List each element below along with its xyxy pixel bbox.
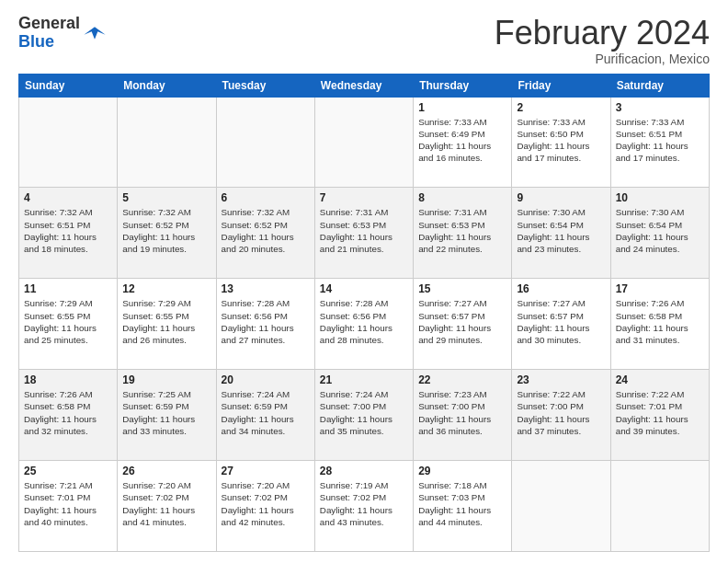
logo-blue: Blue (18, 33, 80, 52)
day-info: Sunrise: 7:32 AMSunset: 6:52 PMDaylight:… (122, 206, 210, 255)
col-sunday: Sunday (19, 74, 118, 97)
table-row: 4Sunrise: 7:32 AMSunset: 6:51 PMDaylight… (19, 188, 118, 279)
day-info: Sunrise: 7:20 AMSunset: 7:02 PMDaylight:… (222, 479, 310, 528)
day-info: Sunrise: 7:27 AMSunset: 6:57 PMDaylight:… (517, 297, 605, 346)
table-row: 16Sunrise: 7:27 AMSunset: 6:57 PMDayligh… (512, 279, 610, 370)
day-info: Sunrise: 7:24 AMSunset: 6:59 PMDaylight:… (222, 388, 310, 437)
table-row: 20Sunrise: 7:24 AMSunset: 6:59 PMDayligh… (216, 370, 314, 461)
calendar-week-row: 25Sunrise: 7:21 AMSunset: 7:01 PMDayligh… (19, 461, 710, 552)
day-number: 27 (222, 465, 310, 477)
header: General Blue February 2024 Purificacion,… (18, 15, 710, 66)
day-number: 4 (24, 191, 112, 204)
day-number: 11 (24, 282, 112, 295)
table-row: 25Sunrise: 7:21 AMSunset: 7:01 PMDayligh… (19, 461, 118, 552)
table-row: 6Sunrise: 7:32 AMSunset: 6:52 PMDaylight… (216, 188, 314, 279)
col-tuesday: Tuesday (216, 74, 314, 97)
day-info: Sunrise: 7:30 AMSunset: 6:54 PMDaylight:… (517, 206, 605, 255)
day-info: Sunrise: 7:22 AMSunset: 7:01 PMDaylight:… (616, 388, 704, 437)
table-row: 11Sunrise: 7:29 AMSunset: 6:55 PMDayligh… (19, 279, 118, 370)
table-row: 28Sunrise: 7:19 AMSunset: 7:02 PMDayligh… (314, 461, 413, 552)
day-info: Sunrise: 7:26 AMSunset: 6:58 PMDaylight:… (24, 388, 112, 437)
day-number: 12 (122, 282, 210, 295)
day-info: Sunrise: 7:27 AMSunset: 6:57 PMDaylight:… (418, 297, 506, 346)
table-row: 22Sunrise: 7:23 AMSunset: 7:00 PMDayligh… (414, 370, 512, 461)
day-info: Sunrise: 7:20 AMSunset: 7:02 PMDaylight:… (122, 479, 210, 528)
day-info: Sunrise: 7:29 AMSunset: 6:55 PMDaylight:… (122, 297, 210, 346)
table-row (19, 97, 118, 188)
day-number: 5 (122, 191, 210, 204)
table-row: 2Sunrise: 7:33 AMSunset: 6:50 PMDaylight… (512, 97, 610, 188)
col-monday: Monday (118, 74, 216, 97)
day-info: Sunrise: 7:25 AMSunset: 6:59 PMDaylight:… (122, 388, 210, 437)
table-row: 27Sunrise: 7:20 AMSunset: 7:02 PMDayligh… (216, 461, 314, 552)
table-row: 8Sunrise: 7:31 AMSunset: 6:53 PMDaylight… (414, 188, 512, 279)
day-number: 2 (517, 101, 605, 114)
day-number: 10 (616, 191, 704, 204)
day-number: 23 (517, 373, 605, 386)
table-row: 17Sunrise: 7:26 AMSunset: 6:58 PMDayligh… (610, 279, 709, 370)
day-number: 19 (122, 373, 210, 386)
table-row: 9Sunrise: 7:30 AMSunset: 6:54 PMDaylight… (512, 188, 610, 279)
day-number: 9 (517, 191, 605, 204)
table-row: 15Sunrise: 7:27 AMSunset: 6:57 PMDayligh… (414, 279, 512, 370)
day-info: Sunrise: 7:28 AMSunset: 6:56 PMDaylight:… (320, 297, 408, 346)
day-number: 24 (616, 373, 704, 386)
day-number: 21 (320, 373, 408, 386)
table-row (512, 461, 610, 552)
day-info: Sunrise: 7:30 AMSunset: 6:54 PMDaylight:… (616, 206, 704, 255)
day-number: 29 (418, 465, 506, 477)
day-number: 15 (418, 282, 506, 295)
calendar-week-row: 1Sunrise: 7:33 AMSunset: 6:49 PMDaylight… (19, 97, 710, 188)
month-title: February 2024 (495, 15, 710, 52)
day-number: 26 (122, 465, 210, 477)
day-info: Sunrise: 7:33 AMSunset: 6:51 PMDaylight:… (616, 116, 704, 165)
table-row: 29Sunrise: 7:18 AMSunset: 7:03 PMDayligh… (414, 461, 512, 552)
day-info: Sunrise: 7:18 AMSunset: 7:03 PMDaylight:… (418, 479, 506, 528)
logo: General Blue (18, 15, 106, 52)
table-row: 24Sunrise: 7:22 AMSunset: 7:01 PMDayligh… (610, 370, 709, 461)
col-thursday: Thursday (414, 74, 512, 97)
table-row: 5Sunrise: 7:32 AMSunset: 6:52 PMDaylight… (118, 188, 216, 279)
day-info: Sunrise: 7:31 AMSunset: 6:53 PMDaylight:… (418, 206, 506, 255)
day-info: Sunrise: 7:28 AMSunset: 6:56 PMDaylight:… (222, 297, 310, 346)
day-info: Sunrise: 7:21 AMSunset: 7:01 PMDaylight:… (24, 479, 112, 528)
calendar-week-row: 11Sunrise: 7:29 AMSunset: 6:55 PMDayligh… (19, 279, 710, 370)
day-number: 1 (418, 101, 506, 114)
table-row (610, 461, 709, 552)
table-row: 3Sunrise: 7:33 AMSunset: 6:51 PMDaylight… (610, 97, 709, 188)
day-info: Sunrise: 7:31 AMSunset: 6:53 PMDaylight:… (320, 206, 408, 255)
table-row: 26Sunrise: 7:20 AMSunset: 7:02 PMDayligh… (118, 461, 216, 552)
table-row (314, 97, 413, 188)
day-number: 7 (320, 191, 408, 204)
table-row: 21Sunrise: 7:24 AMSunset: 7:00 PMDayligh… (314, 370, 413, 461)
day-info: Sunrise: 7:19 AMSunset: 7:02 PMDaylight:… (320, 479, 408, 528)
day-number: 6 (222, 191, 310, 204)
day-info: Sunrise: 7:24 AMSunset: 7:00 PMDaylight:… (320, 388, 408, 437)
table-row (118, 97, 216, 188)
table-row: 1Sunrise: 7:33 AMSunset: 6:49 PMDaylight… (414, 97, 512, 188)
table-row: 12Sunrise: 7:29 AMSunset: 6:55 PMDayligh… (118, 279, 216, 370)
day-number: 18 (24, 373, 112, 386)
calendar-week-row: 4Sunrise: 7:32 AMSunset: 6:51 PMDaylight… (19, 188, 710, 279)
day-info: Sunrise: 7:26 AMSunset: 6:58 PMDaylight:… (616, 297, 704, 346)
day-number: 13 (222, 282, 310, 295)
day-info: Sunrise: 7:32 AMSunset: 6:51 PMDaylight:… (24, 206, 112, 255)
day-info: Sunrise: 7:22 AMSunset: 7:00 PMDaylight:… (517, 388, 605, 437)
logo-general: General (18, 15, 80, 33)
day-number: 28 (320, 465, 408, 477)
svg-marker-0 (84, 27, 105, 39)
day-info: Sunrise: 7:29 AMSunset: 6:55 PMDaylight:… (24, 297, 112, 346)
page: General Blue February 2024 Purificacion,… (0, 0, 728, 563)
day-number: 17 (616, 282, 704, 295)
logo-text: General Blue (18, 15, 80, 52)
title-section: February 2024 Purificacion, Mexico (495, 15, 710, 66)
table-row: 19Sunrise: 7:25 AMSunset: 6:59 PMDayligh… (118, 370, 216, 461)
day-number: 16 (517, 282, 605, 295)
table-row: 7Sunrise: 7:31 AMSunset: 6:53 PMDaylight… (314, 188, 413, 279)
location-subtitle: Purificacion, Mexico (495, 52, 710, 66)
day-number: 25 (24, 465, 112, 477)
day-number: 14 (320, 282, 408, 295)
table-row: 13Sunrise: 7:28 AMSunset: 6:56 PMDayligh… (216, 279, 314, 370)
calendar-header-row: Sunday Monday Tuesday Wednesday Thursday… (19, 74, 710, 97)
day-number: 3 (616, 101, 704, 114)
